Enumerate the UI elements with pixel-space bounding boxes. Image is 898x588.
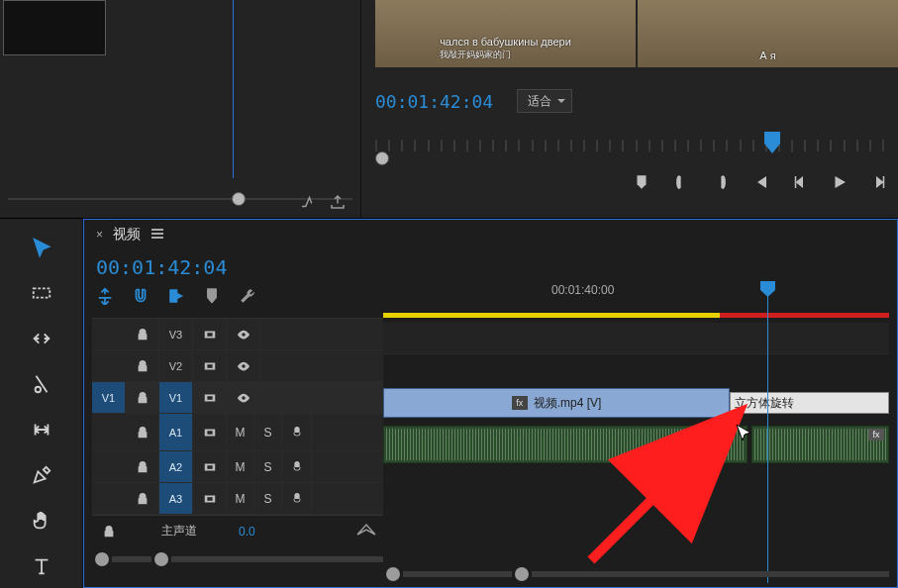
svg-rect-8: [207, 396, 212, 400]
fx-badge-icon: fx: [868, 429, 884, 441]
track-visibility-toggle[interactable]: [227, 319, 260, 349]
timeline-track-area[interactable]: 00:01:40:00 fx 视频.mp4 [V] 立方体旋转: [383, 253, 889, 583]
solo-toggle[interactable]: S: [254, 483, 282, 514]
tool-palette: [0, 219, 83, 588]
mute-toggle[interactable]: M: [227, 483, 254, 514]
sync-lock-toggle[interactable]: [193, 319, 227, 349]
solo-toggle[interactable]: S: [254, 451, 282, 482]
svg-rect-5: [207, 364, 212, 368]
voiceover-icon[interactable]: [282, 483, 312, 514]
svg-point-3: [242, 333, 246, 337]
close-panel-icon[interactable]: ×: [96, 228, 103, 242]
slip-tool[interactable]: [27, 417, 56, 442]
program-playhead-marker[interactable]: [764, 132, 780, 153]
add-marker-button[interactable]: [633, 173, 650, 194]
track-select-tool[interactable]: [27, 280, 56, 306]
program-monitor: чался в бабушкины двери 我敲开妈妈家的门 А я 00:…: [361, 0, 898, 218]
timeline-playhead[interactable]: [767, 281, 768, 583]
lock-toggle[interactable]: [92, 516, 126, 546]
solo-toggle[interactable]: S: [254, 414, 282, 450]
program-frame-1: чался в бабушкины двери 我敲开妈妈家的门: [375, 0, 636, 67]
zoom-fit-select[interactable]: 适合: [517, 89, 572, 113]
insert-icon[interactable]: [299, 193, 317, 214]
hand-tool[interactable]: [27, 508, 56, 534]
mark-in-button[interactable]: [672, 173, 690, 194]
voiceover-icon[interactable]: [282, 414, 312, 450]
lock-toggle[interactable]: [126, 451, 159, 482]
track-label[interactable]: V2: [159, 350, 193, 381]
sequence-title[interactable]: 视频: [113, 226, 141, 244]
lock-toggle[interactable]: [126, 483, 159, 514]
sync-lock-toggle[interactable]: [193, 350, 227, 381]
pen-tool[interactable]: [27, 462, 56, 488]
step-back-button[interactable]: [791, 173, 809, 194]
program-timecode[interactable]: 00:01:42:04: [375, 91, 493, 112]
linked-selection-icon[interactable]: [167, 287, 185, 308]
marker-icon[interactable]: [203, 287, 221, 308]
timeline-zoom-scroll[interactable]: [383, 565, 889, 583]
pan-icon[interactable]: [355, 523, 377, 539]
selection-tool[interactable]: [27, 235, 56, 260]
track-visibility-toggle[interactable]: [227, 382, 260, 413]
lock-toggle[interactable]: [126, 382, 159, 413]
panel-menu-icon[interactable]: [150, 228, 164, 243]
svg-rect-0: [33, 288, 50, 297]
mouse-cursor-icon: [736, 424, 753, 441]
track-header-area: 00:01:42:04 V3: [92, 253, 383, 583]
program-scrubber[interactable]: [375, 134, 884, 157]
mute-toggle[interactable]: M: [227, 414, 254, 450]
master-track-row: 主声道 0.0: [92, 515, 383, 546]
track-target-a2[interactable]: A2: [159, 451, 193, 482]
track-row-a2: A2 M S: [92, 451, 383, 483]
source-patch-v1[interactable]: V1: [92, 382, 126, 413]
transition-clip[interactable]: 立方体旋转: [730, 392, 889, 414]
voiceover-icon[interactable]: [282, 451, 312, 482]
track-label[interactable]: V3: [159, 319, 193, 349]
audio-clip-2[interactable]: fx: [751, 426, 889, 463]
source-thumbnail: [3, 0, 106, 55]
snap-insert-icon[interactable]: [96, 287, 114, 308]
track-target-v1[interactable]: V1: [159, 382, 193, 413]
sync-lock-toggle[interactable]: [193, 483, 227, 514]
track-visibility-toggle[interactable]: [227, 350, 260, 381]
sync-lock-toggle[interactable]: [193, 451, 227, 482]
track-row-a3: A3 M S: [92, 483, 383, 515]
source-playhead[interactable]: [233, 0, 234, 178]
master-value[interactable]: 0.0: [239, 525, 255, 539]
clip-label: 视频.mp4 [V]: [534, 395, 602, 412]
step-forward-button[interactable]: [870, 173, 888, 194]
audio-clip-1[interactable]: [383, 426, 748, 463]
lock-toggle[interactable]: [126, 350, 159, 381]
export-frame-icon[interactable]: [329, 193, 347, 214]
lock-toggle[interactable]: [126, 319, 159, 349]
type-tool[interactable]: [27, 553, 56, 579]
snap-magnet-icon[interactable]: [132, 287, 150, 308]
transition-label: 立方体旋转: [735, 395, 794, 412]
svg-point-9: [242, 396, 246, 400]
mute-toggle[interactable]: M: [227, 451, 254, 482]
timeline-timecode[interactable]: 00:01:42:04: [92, 253, 383, 283]
track-target-a1[interactable]: A1: [159, 414, 193, 450]
track-height-scroll[interactable]: [92, 550, 383, 568]
source-monitor: [0, 0, 361, 218]
svg-point-6: [242, 364, 246, 368]
program-frame-2: А я: [638, 0, 898, 67]
razor-tool[interactable]: [27, 371, 56, 397]
track-row-v2: V2: [92, 350, 383, 382]
sync-lock-toggle[interactable]: [193, 414, 227, 450]
svg-rect-2: [207, 333, 212, 337]
master-label: 主声道: [161, 523, 197, 539]
svg-rect-13: [207, 465, 212, 469]
mark-out-button[interactable]: [712, 173, 730, 194]
sync-lock-toggle[interactable]: [193, 382, 227, 413]
go-to-in-button[interactable]: [751, 173, 769, 194]
video-clip[interactable]: fx 视频.mp4 [V]: [383, 388, 730, 418]
ripple-edit-tool[interactable]: [27, 326, 56, 351]
timeline-panel: × 视频 00:01:42:04: [83, 219, 898, 588]
play-button[interactable]: [831, 173, 848, 194]
track-row-v1: V1 V1: [92, 382, 383, 414]
track-target-a3[interactable]: A3: [159, 483, 193, 514]
svg-rect-15: [207, 497, 212, 501]
lock-toggle[interactable]: [126, 414, 159, 450]
settings-wrench-icon[interactable]: [239, 287, 256, 308]
